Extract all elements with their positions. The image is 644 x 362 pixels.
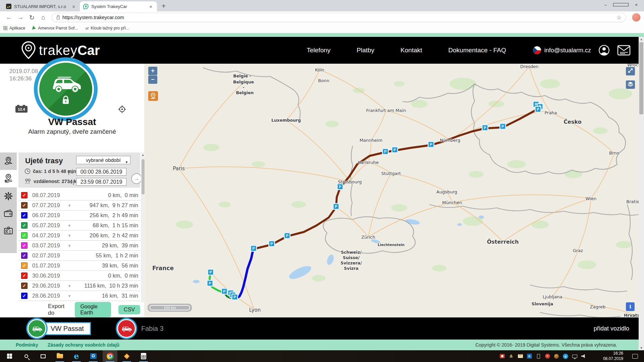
parking-marker[interactable]: P	[284, 233, 290, 239]
trip-row[interactable]: ✓01.07.201939 km, 56 min	[18, 261, 140, 271]
vehicle-chip[interactable]: VW Passat	[28, 319, 91, 338]
bookmark-item[interactable]: Amervox Parrot Sof...	[33, 26, 78, 31]
taskbar-start-icon[interactable]	[2, 350, 17, 362]
trip-expand-icon[interactable]: ▼	[64, 234, 74, 238]
tray-mail-icon[interactable]	[517, 350, 524, 362]
trip-row[interactable]: ✓02.07.201955 km, 1 h 2 min	[18, 251, 140, 261]
trip-checkbox[interactable]: ✓	[21, 242, 28, 249]
trip-checkbox[interactable]: ✓	[21, 202, 28, 208]
parking-marker[interactable]: P	[207, 280, 213, 286]
taskbar-chrome-icon[interactable]	[103, 350, 117, 362]
rail-routes-icon[interactable]	[0, 170, 17, 187]
taskbar-file-explorer-icon[interactable]	[52, 350, 67, 362]
footer-link[interactable]: Podmínky	[16, 342, 38, 348]
bookmark-star-icon[interactable]: ☆	[616, 14, 622, 21]
trip-expand-icon[interactable]: ▼	[64, 203, 74, 207]
parking-marker[interactable]: P	[382, 148, 388, 155]
parking-marker[interactable]: P	[500, 123, 506, 129]
trip-row[interactable]: ✓29.06.2019▼1116 km, 10 h 23 min	[18, 281, 140, 291]
vehicle-chip-label[interactable]: Fabia 3	[141, 325, 164, 333]
taskbar-stualarm-app-icon[interactable]	[119, 350, 134, 362]
browser-tab[interactable]: STUALARM IMPORT, s.r.o×	[3, 1, 80, 11]
notification-center-icon[interactable]	[632, 354, 638, 359]
tray-deer-icon[interactable]: ⋔	[508, 350, 515, 362]
parking-marker[interactable]: P	[482, 125, 488, 131]
home-button[interactable]: ⌂	[38, 14, 49, 21]
trip-expand-icon[interactable]: ▼	[64, 244, 74, 248]
new-tab-button[interactable]: +	[162, 2, 166, 11]
trip-row[interactable]: ✓28.06.2019▼16 km, 31 min	[18, 291, 140, 301]
bookmark-item[interactable]: Aplikace	[3, 26, 25, 31]
trip-checkbox[interactable]: ✓	[21, 222, 28, 229]
map-layers-button[interactable]	[626, 80, 635, 89]
email-text[interactable]: info@stualarm.cz	[544, 47, 591, 54]
trip-checkbox[interactable]: ✓	[21, 273, 28, 279]
tab-close-icon[interactable]: ×	[148, 4, 154, 9]
reload-button[interactable]: ↻	[26, 14, 38, 21]
taskbar-clock[interactable]: 16:26 08.07.2019	[603, 351, 623, 361]
trakeycar-logo[interactable]: trakeyCar	[21, 41, 100, 59]
parking-marker[interactable]: P	[428, 141, 434, 147]
parking-marker[interactable]: P	[337, 184, 343, 190]
vehicle-avatar-icon[interactable]	[117, 319, 136, 338]
trips-scrollbar[interactable]: ▲	[141, 153, 145, 302]
tab-close-icon[interactable]: ×	[71, 4, 76, 9]
locate-vehicle-icon[interactable]	[118, 105, 126, 113]
url-text[interactable]: https://system.trakeycar.com	[62, 15, 616, 20]
nav-item[interactable]: Telefony	[307, 47, 331, 54]
taskbar-calculator-icon[interactable]	[136, 350, 151, 362]
tray-volume-icon[interactable]	[580, 350, 587, 362]
parking-marker[interactable]: P	[269, 241, 275, 247]
trip-checkbox[interactable]: ✓	[21, 252, 28, 259]
taskbar-task-view-icon[interactable]	[36, 350, 50, 362]
taskbar-internet-explorer-icon[interactable]: e	[69, 350, 84, 362]
trip-expand-icon[interactable]: ▼	[64, 284, 74, 288]
tray-update-ball-icon[interactable]	[553, 350, 560, 362]
map-fullscreen-button[interactable]	[626, 67, 635, 75]
close-button[interactable]: ×	[629, 2, 644, 7]
czech-flag-icon[interactable]	[533, 46, 541, 54]
trip-row[interactable]: ✓05.07.2019▼68 km, 1 h 15 min	[18, 221, 140, 231]
trip-row[interactable]: ✓03.07.2019▼29 km, 39 min	[18, 241, 140, 251]
trip-checkbox[interactable]: ✓	[21, 293, 28, 299]
vehicle-chip-label[interactable]: VW Passat	[42, 322, 91, 335]
trip-checkbox[interactable]: ✓	[21, 283, 28, 289]
add-vehicle-button[interactable]: přidat vozidlo	[594, 325, 629, 332]
forward-button[interactable]: →	[15, 14, 26, 21]
rail-settings-gear-icon[interactable]	[0, 187, 17, 205]
taskbar-outlook-icon[interactable]: O	[86, 350, 101, 362]
trip-row[interactable]: ✓08.07.20190 km, 0 min	[18, 190, 140, 200]
maximize-button[interactable]	[613, 2, 629, 7]
trip-checkbox[interactable]: ✓	[21, 232, 28, 239]
rail-wallet-icon[interactable]	[0, 205, 17, 222]
date-from-input[interactable]: 00:00 28.06.2019	[76, 168, 126, 176]
trip-expand-icon[interactable]: ▼	[64, 294, 74, 298]
tray-camera-icon[interactable]	[499, 350, 505, 362]
nav-item[interactable]: Platby	[357, 47, 374, 54]
map-track-toggle-button[interactable]	[148, 91, 158, 101]
contact-email[interactable]: info@stualarm.cz	[533, 46, 591, 54]
tray-eset-icon[interactable]: e	[562, 350, 569, 362]
scrollbar-thumb[interactable]	[639, 42, 643, 114]
parking-marker[interactable]: P	[333, 203, 339, 209]
tray-defender-icon[interactable]	[544, 350, 551, 362]
map-zoom-in-button[interactable]: +	[148, 67, 157, 75]
tray-usb-icon[interactable]	[535, 350, 542, 362]
parking-marker[interactable]: P	[208, 269, 214, 275]
apply-period-button[interactable]: →	[131, 173, 142, 184]
messages-icon[interactable]	[617, 45, 631, 56]
user-account-icon[interactable]	[598, 45, 610, 56]
export-google-earth-button[interactable]: Google Earth	[75, 302, 111, 317]
trip-row[interactable]: ✓30.06.20190 km, 0 min	[18, 271, 140, 281]
nav-item[interactable]: Kontakt	[400, 47, 422, 54]
browser-tab[interactable]: Systém TrakeyCar×	[80, 1, 157, 11]
scrollbar-down-arrow[interactable]: ▼	[639, 346, 644, 350]
tray-outlook-tray-icon[interactable]: o	[526, 350, 533, 362]
trip-checkbox[interactable]: ✓	[21, 212, 28, 219]
trip-checkbox[interactable]: ✓	[21, 192, 28, 198]
scrollbar-up-arrow[interactable]: ▲	[639, 38, 644, 41]
rail-map-view-icon[interactable]	[0, 153, 17, 170]
minimize-button[interactable]: –	[598, 2, 613, 7]
parking-marker[interactable]: P	[221, 288, 227, 294]
bookmark-item[interactable]: utKloub tažný pro pří...	[86, 26, 129, 31]
